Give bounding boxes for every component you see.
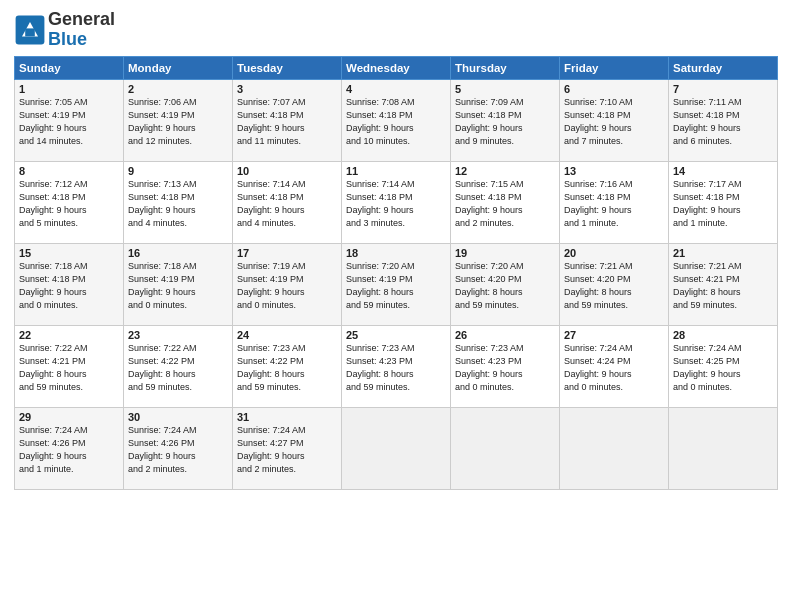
col-header-thursday: Thursday	[451, 56, 560, 79]
day-number: 28	[673, 329, 773, 341]
calendar-cell: 21Sunrise: 7:21 AM Sunset: 4:21 PM Dayli…	[669, 243, 778, 325]
day-number: 30	[128, 411, 228, 423]
day-number: 7	[673, 83, 773, 95]
col-header-saturday: Saturday	[669, 56, 778, 79]
calendar-cell: 24Sunrise: 7:23 AM Sunset: 4:22 PM Dayli…	[233, 325, 342, 407]
day-info: Sunrise: 7:18 AM Sunset: 4:19 PM Dayligh…	[128, 260, 228, 312]
day-number: 8	[19, 165, 119, 177]
day-info: Sunrise: 7:22 AM Sunset: 4:22 PM Dayligh…	[128, 342, 228, 394]
day-number: 15	[19, 247, 119, 259]
col-header-friday: Friday	[560, 56, 669, 79]
calendar-cell: 28Sunrise: 7:24 AM Sunset: 4:25 PM Dayli…	[669, 325, 778, 407]
day-info: Sunrise: 7:11 AM Sunset: 4:18 PM Dayligh…	[673, 96, 773, 148]
calendar-cell	[669, 407, 778, 489]
day-number: 2	[128, 83, 228, 95]
calendar-cell: 13Sunrise: 7:16 AM Sunset: 4:18 PM Dayli…	[560, 161, 669, 243]
day-info: Sunrise: 7:23 AM Sunset: 4:23 PM Dayligh…	[346, 342, 446, 394]
day-info: Sunrise: 7:15 AM Sunset: 4:18 PM Dayligh…	[455, 178, 555, 230]
day-info: Sunrise: 7:24 AM Sunset: 4:25 PM Dayligh…	[673, 342, 773, 394]
day-number: 20	[564, 247, 664, 259]
day-number: 18	[346, 247, 446, 259]
day-info: Sunrise: 7:05 AM Sunset: 4:19 PM Dayligh…	[19, 96, 119, 148]
day-number: 26	[455, 329, 555, 341]
page: General Blue SundayMondayTuesdayWednesda…	[0, 0, 792, 612]
day-info: Sunrise: 7:20 AM Sunset: 4:20 PM Dayligh…	[455, 260, 555, 312]
day-info: Sunrise: 7:12 AM Sunset: 4:18 PM Dayligh…	[19, 178, 119, 230]
day-info: Sunrise: 7:10 AM Sunset: 4:18 PM Dayligh…	[564, 96, 664, 148]
week-row-1: 1Sunrise: 7:05 AM Sunset: 4:19 PM Daylig…	[15, 79, 778, 161]
calendar-cell: 27Sunrise: 7:24 AM Sunset: 4:24 PM Dayli…	[560, 325, 669, 407]
day-info: Sunrise: 7:21 AM Sunset: 4:20 PM Dayligh…	[564, 260, 664, 312]
col-header-tuesday: Tuesday	[233, 56, 342, 79]
calendar-cell: 22Sunrise: 7:22 AM Sunset: 4:21 PM Dayli…	[15, 325, 124, 407]
logo-icon	[14, 14, 46, 46]
day-number: 11	[346, 165, 446, 177]
calendar-cell: 10Sunrise: 7:14 AM Sunset: 4:18 PM Dayli…	[233, 161, 342, 243]
header-row: SundayMondayTuesdayWednesdayThursdayFrid…	[15, 56, 778, 79]
calendar-cell: 12Sunrise: 7:15 AM Sunset: 4:18 PM Dayli…	[451, 161, 560, 243]
day-info: Sunrise: 7:17 AM Sunset: 4:18 PM Dayligh…	[673, 178, 773, 230]
day-info: Sunrise: 7:21 AM Sunset: 4:21 PM Dayligh…	[673, 260, 773, 312]
day-number: 13	[564, 165, 664, 177]
week-row-4: 22Sunrise: 7:22 AM Sunset: 4:21 PM Dayli…	[15, 325, 778, 407]
day-info: Sunrise: 7:16 AM Sunset: 4:18 PM Dayligh…	[564, 178, 664, 230]
week-row-3: 15Sunrise: 7:18 AM Sunset: 4:18 PM Dayli…	[15, 243, 778, 325]
day-number: 12	[455, 165, 555, 177]
day-number: 3	[237, 83, 337, 95]
day-info: Sunrise: 7:19 AM Sunset: 4:19 PM Dayligh…	[237, 260, 337, 312]
week-row-2: 8Sunrise: 7:12 AM Sunset: 4:18 PM Daylig…	[15, 161, 778, 243]
calendar-cell	[560, 407, 669, 489]
day-number: 31	[237, 411, 337, 423]
day-info: Sunrise: 7:24 AM Sunset: 4:26 PM Dayligh…	[128, 424, 228, 476]
day-info: Sunrise: 7:22 AM Sunset: 4:21 PM Dayligh…	[19, 342, 119, 394]
calendar-cell: 23Sunrise: 7:22 AM Sunset: 4:22 PM Dayli…	[124, 325, 233, 407]
day-number: 9	[128, 165, 228, 177]
calendar-cell: 8Sunrise: 7:12 AM Sunset: 4:18 PM Daylig…	[15, 161, 124, 243]
day-info: Sunrise: 7:13 AM Sunset: 4:18 PM Dayligh…	[128, 178, 228, 230]
calendar-cell: 15Sunrise: 7:18 AM Sunset: 4:18 PM Dayli…	[15, 243, 124, 325]
day-info: Sunrise: 7:24 AM Sunset: 4:24 PM Dayligh…	[564, 342, 664, 394]
day-info: Sunrise: 7:08 AM Sunset: 4:18 PM Dayligh…	[346, 96, 446, 148]
day-info: Sunrise: 7:14 AM Sunset: 4:18 PM Dayligh…	[237, 178, 337, 230]
day-number: 23	[128, 329, 228, 341]
calendar-cell: 11Sunrise: 7:14 AM Sunset: 4:18 PM Dayli…	[342, 161, 451, 243]
day-number: 14	[673, 165, 773, 177]
col-header-wednesday: Wednesday	[342, 56, 451, 79]
logo: General Blue	[14, 10, 115, 50]
day-number: 4	[346, 83, 446, 95]
col-header-monday: Monday	[124, 56, 233, 79]
calendar-cell	[342, 407, 451, 489]
calendar-cell: 7Sunrise: 7:11 AM Sunset: 4:18 PM Daylig…	[669, 79, 778, 161]
day-number: 27	[564, 329, 664, 341]
day-number: 19	[455, 247, 555, 259]
day-info: Sunrise: 7:18 AM Sunset: 4:18 PM Dayligh…	[19, 260, 119, 312]
calendar-cell: 1Sunrise: 7:05 AM Sunset: 4:19 PM Daylig…	[15, 79, 124, 161]
day-number: 24	[237, 329, 337, 341]
calendar-cell: 16Sunrise: 7:18 AM Sunset: 4:19 PM Dayli…	[124, 243, 233, 325]
day-number: 1	[19, 83, 119, 95]
calendar-cell: 20Sunrise: 7:21 AM Sunset: 4:20 PM Dayli…	[560, 243, 669, 325]
calendar-cell: 17Sunrise: 7:19 AM Sunset: 4:19 PM Dayli…	[233, 243, 342, 325]
calendar-cell: 4Sunrise: 7:08 AM Sunset: 4:18 PM Daylig…	[342, 79, 451, 161]
calendar-cell: 14Sunrise: 7:17 AM Sunset: 4:18 PM Dayli…	[669, 161, 778, 243]
calendar-cell	[451, 407, 560, 489]
day-number: 10	[237, 165, 337, 177]
calendar-cell: 5Sunrise: 7:09 AM Sunset: 4:18 PM Daylig…	[451, 79, 560, 161]
calendar-cell: 29Sunrise: 7:24 AM Sunset: 4:26 PM Dayli…	[15, 407, 124, 489]
calendar-cell: 26Sunrise: 7:23 AM Sunset: 4:23 PM Dayli…	[451, 325, 560, 407]
day-info: Sunrise: 7:06 AM Sunset: 4:19 PM Dayligh…	[128, 96, 228, 148]
calendar-cell: 6Sunrise: 7:10 AM Sunset: 4:18 PM Daylig…	[560, 79, 669, 161]
col-header-sunday: Sunday	[15, 56, 124, 79]
calendar-cell: 31Sunrise: 7:24 AM Sunset: 4:27 PM Dayli…	[233, 407, 342, 489]
day-info: Sunrise: 7:20 AM Sunset: 4:19 PM Dayligh…	[346, 260, 446, 312]
calendar-cell: 25Sunrise: 7:23 AM Sunset: 4:23 PM Dayli…	[342, 325, 451, 407]
calendar-cell: 19Sunrise: 7:20 AM Sunset: 4:20 PM Dayli…	[451, 243, 560, 325]
day-info: Sunrise: 7:07 AM Sunset: 4:18 PM Dayligh…	[237, 96, 337, 148]
day-number: 17	[237, 247, 337, 259]
day-number: 5	[455, 83, 555, 95]
calendar-cell: 9Sunrise: 7:13 AM Sunset: 4:18 PM Daylig…	[124, 161, 233, 243]
day-number: 22	[19, 329, 119, 341]
day-number: 16	[128, 247, 228, 259]
logo-text: General Blue	[48, 10, 115, 50]
day-number: 25	[346, 329, 446, 341]
